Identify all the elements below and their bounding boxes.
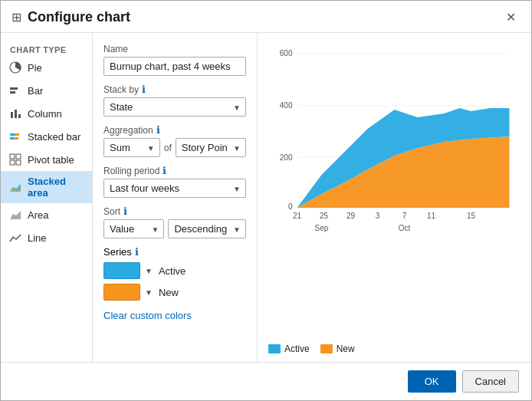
legend-item-new: New xyxy=(320,343,355,354)
svg-rect-8 xyxy=(10,137,14,140)
legend-new-label: New xyxy=(337,343,355,354)
series-info-icon[interactable]: ℹ xyxy=(135,246,139,258)
rolling-period-info-icon[interactable]: ℹ xyxy=(163,165,166,176)
x-sublabel-oct: Oct xyxy=(399,224,411,232)
svg-rect-2 xyxy=(10,91,15,94)
name-label: Name xyxy=(103,44,246,54)
active-series-name: Active xyxy=(159,265,186,277)
sort-label: Sort ℹ xyxy=(103,205,246,217)
y-label-400: 400 xyxy=(280,101,293,110)
x-sublabel-sep: Sep xyxy=(315,224,329,232)
x-label-15: 15 xyxy=(467,212,476,220)
new-swatch-dropdown-icon[interactable]: ▼ xyxy=(145,288,153,297)
dialog-footer: OK Cancel xyxy=(1,362,531,400)
svg-rect-1 xyxy=(10,87,18,90)
sidebar-item-pie[interactable]: Pie xyxy=(1,56,92,79)
series-label: Series xyxy=(103,246,132,258)
pivot-icon xyxy=(8,153,22,166)
area-icon xyxy=(8,208,22,222)
svg-rect-4 xyxy=(15,110,17,118)
main-area: Name Stack by ℹ State Type Assignee ▼ xyxy=(93,33,531,362)
chart-type-label: Chart type xyxy=(1,42,92,56)
bar-icon xyxy=(8,84,22,97)
sidebar-item-bar-label: Bar xyxy=(28,85,43,97)
sort-field-wrapper: Value Name ▼ xyxy=(103,219,164,238)
sidebar-item-bar[interactable]: Bar xyxy=(1,79,92,102)
series-label-row: Series ℹ xyxy=(103,246,246,258)
sort-row: Value Name ▼ Descending Ascending ▼ xyxy=(103,219,246,238)
svg-rect-7 xyxy=(15,133,19,136)
y-label-0: 0 xyxy=(288,202,293,211)
sort-info-icon[interactable]: ℹ xyxy=(123,205,127,217)
aggregation-info-icon[interactable]: ℹ xyxy=(156,124,160,136)
stacked-area-chart: 600 400 200 0 xyxy=(268,41,521,240)
sidebar-item-column[interactable]: Column xyxy=(1,102,92,125)
svg-rect-6 xyxy=(10,133,15,136)
title-bar-left: ⊞ Configure chart xyxy=(11,9,130,25)
dialog-icon: ⊞ xyxy=(11,10,21,25)
legend-active-box xyxy=(268,344,281,353)
sidebar-item-pivot-label: Pivot table xyxy=(28,154,74,166)
stack-by-select[interactable]: State Type Assignee xyxy=(103,97,246,117)
svg-rect-10 xyxy=(10,154,15,159)
agg-func-select[interactable]: Sum Count Average xyxy=(103,138,160,157)
x-label-3: 3 xyxy=(376,212,380,220)
rolling-period-wrapper: Last four weeks Last two weeks Last eigh… xyxy=(103,179,246,198)
clear-custom-colors-link[interactable]: Clear custom colors xyxy=(103,310,192,321)
chart-name-input[interactable] xyxy=(103,57,246,76)
stack-by-label: Stack by ℹ xyxy=(103,84,246,95)
stacked-bar-icon xyxy=(8,130,22,143)
sidebar-item-stacked-bar-label: Stacked bar xyxy=(28,131,80,143)
pie-icon xyxy=(8,61,22,74)
agg-func-wrapper: Sum Count Average ▼ xyxy=(103,138,160,157)
line-icon xyxy=(8,231,22,245)
series-item-new: ▼ New xyxy=(103,284,246,301)
sidebar-item-column-label: Column xyxy=(28,108,62,120)
close-button[interactable]: ✕ xyxy=(501,8,521,26)
sort-order-select[interactable]: Descending Ascending xyxy=(168,219,246,238)
rolling-period-select[interactable]: Last four weeks Last two weeks Last eigh… xyxy=(103,179,246,198)
new-color-swatch[interactable] xyxy=(103,284,140,301)
sidebar-item-area[interactable]: Area xyxy=(1,203,92,226)
sidebar-item-stacked-area[interactable]: Stacked area xyxy=(1,171,92,203)
cancel-button[interactable]: Cancel xyxy=(462,370,519,393)
legend-item-active: Active xyxy=(268,343,310,354)
config-panel: Name Stack by ℹ State Type Assignee ▼ xyxy=(93,33,258,362)
sidebar-item-line[interactable]: Line xyxy=(1,226,92,249)
sidebar-item-pivot[interactable]: Pivot table xyxy=(1,148,92,171)
agg-field-select[interactable]: Story Points Count xyxy=(176,138,246,157)
active-swatch-dropdown-icon[interactable]: ▼ xyxy=(145,267,153,275)
sort-order-wrapper: Descending Ascending ▼ xyxy=(168,219,246,238)
chart-panel: 600 400 200 0 xyxy=(258,33,531,362)
agg-field-wrapper: Story Points Count ▼ xyxy=(176,138,246,157)
stack-by-info-icon[interactable]: ℹ xyxy=(142,84,146,95)
y-label-200: 200 xyxy=(280,153,293,162)
x-label-11: 11 xyxy=(427,212,436,220)
x-label-25: 25 xyxy=(320,212,329,220)
aggregation-label: Aggregation ℹ xyxy=(103,124,246,136)
sidebar: Chart type Pie Bar xyxy=(1,33,93,362)
stack-by-select-wrapper: State Type Assignee ▼ xyxy=(103,97,246,117)
dialog-body: Chart type Pie Bar xyxy=(1,33,531,362)
series-section: Series ℹ ▼ Active ▼ New Clear custom col… xyxy=(103,246,246,321)
new-series-name: New xyxy=(159,287,179,298)
legend-new-box xyxy=(320,344,333,353)
y-label-600: 600 xyxy=(280,49,293,58)
svg-rect-13 xyxy=(16,160,21,165)
chart-legend: Active New xyxy=(268,343,521,354)
svg-rect-3 xyxy=(11,112,13,118)
svg-marker-16 xyxy=(10,211,21,219)
ok-button[interactable]: OK xyxy=(408,370,456,393)
series-item-active: ▼ Active xyxy=(103,262,246,279)
chart-area: 600 400 200 0 xyxy=(268,41,521,339)
x-label-21: 21 xyxy=(293,212,302,220)
agg-of-label: of xyxy=(164,143,172,153)
stacked-area-icon xyxy=(8,180,22,194)
sidebar-item-stacked-bar[interactable]: Stacked bar xyxy=(1,125,92,148)
svg-rect-5 xyxy=(18,114,21,118)
configure-chart-dialog: ⊞ Configure chart ✕ Chart type Pie xyxy=(0,0,532,401)
sort-field-select[interactable]: Value Name xyxy=(103,219,164,238)
svg-rect-9 xyxy=(14,137,18,140)
column-icon xyxy=(8,107,22,120)
active-color-swatch[interactable] xyxy=(103,262,140,279)
